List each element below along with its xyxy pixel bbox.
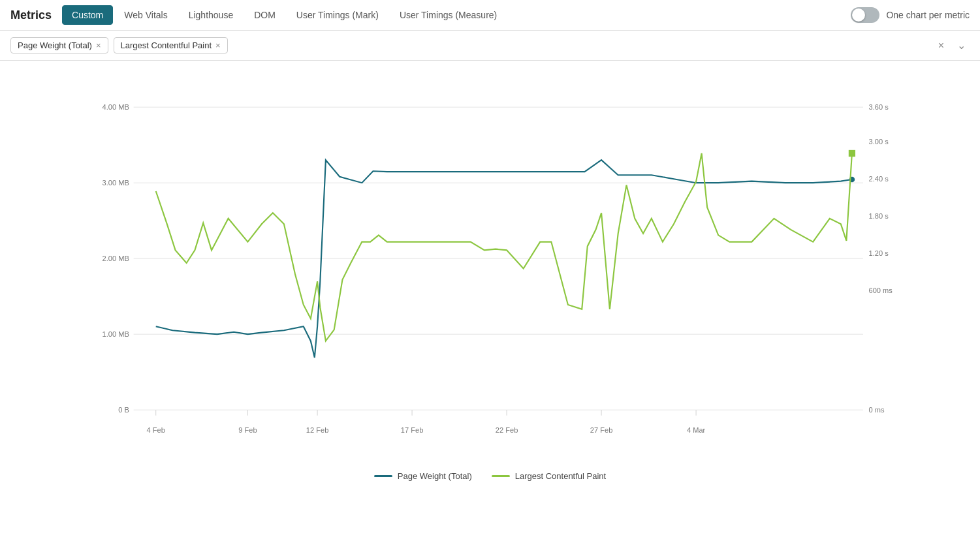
tab-web-vitals[interactable]: Web Vitals <box>114 5 177 25</box>
grid-lines <box>134 107 863 410</box>
y-label-3mb: 3.00 MB <box>103 179 129 187</box>
tabs-bar: Custom Web Vitals Lighthouse DOM User Ti… <box>62 5 507 25</box>
tab-custom[interactable]: Custom <box>62 5 113 25</box>
filter-tag-page-weight: Page Weight (Total) × <box>10 37 108 54</box>
y-label-0b: 0 B <box>118 406 129 414</box>
legend-label-page-weight: Page Weight (Total) <box>398 471 472 481</box>
filter-tag-lcp: Largest Contentful Paint × <box>114 37 228 54</box>
legend-item-lcp: Largest Contentful Paint <box>492 471 606 481</box>
tab-lighthouse[interactable]: Lighthouse <box>179 5 244 25</box>
x-label-27feb: 27 Feb <box>590 426 613 434</box>
clear-filters-button[interactable]: × <box>934 39 948 53</box>
expand-filters-button[interactable]: ⌄ <box>953 38 970 53</box>
right-y-axis: 3.60 s 3.00 s 2.40 s 1.80 s 1.20 s 600 m… <box>868 103 893 414</box>
y-label-2mb: 2.00 MB <box>103 255 129 262</box>
page-weight-line <box>156 160 852 358</box>
lcp-endpoint <box>849 150 855 157</box>
x-label-12feb: 12 Feb <box>306 426 329 434</box>
page-title: Metrics <box>10 8 52 22</box>
left-y-axis: 4.00 MB 3.00 MB 2.00 MB 1.00 MB 0 B <box>103 103 129 414</box>
filter-actions: × ⌄ <box>934 38 970 53</box>
one-chart-toggle[interactable] <box>851 7 879 23</box>
chart-legend: Page Weight (Total) Largest Contentful P… <box>0 461 980 486</box>
legend-line-lcp <box>492 475 510 477</box>
remove-lcp-button[interactable]: × <box>215 41 221 50</box>
y-label-600ms: 600 ms <box>868 286 893 294</box>
y-label-4mb: 4.00 MB <box>103 103 129 111</box>
x-label-17feb: 17 Feb <box>401 426 424 434</box>
y-label-180s: 1.80 s <box>868 212 889 220</box>
toggle-area: One chart per metric <box>851 7 970 23</box>
y-label-360s: 3.60 s <box>868 103 889 111</box>
y-label-120s: 1.20 s <box>868 249 889 257</box>
y-label-300s: 3.00 s <box>868 138 889 146</box>
chart-container: 4.00 MB 3.00 MB 2.00 MB 1.00 MB 0 B 3.60… <box>0 61 980 461</box>
header: Metrics Custom Web Vitals Lighthouse DOM… <box>0 0 980 31</box>
tab-user-timings-measure[interactable]: User Timings (Measure) <box>390 5 507 25</box>
x-label-4feb: 4 Feb <box>147 426 165 434</box>
y-label-1mb: 1.00 MB <box>103 330 129 338</box>
legend-label-lcp: Largest Contentful Paint <box>515 471 606 481</box>
y-label-0ms: 0 ms <box>868 406 884 414</box>
y-label-240s: 2.40 s <box>868 175 889 183</box>
metrics-chart: 4.00 MB 3.00 MB 2.00 MB 1.00 MB 0 B 3.60… <box>13 74 967 452</box>
tab-dom[interactable]: DOM <box>244 5 285 25</box>
toggle-label: One chart per metric <box>886 10 970 20</box>
metrics-filter-bar: Page Weight (Total) × Largest Contentful… <box>0 31 980 61</box>
remove-page-weight-button[interactable]: × <box>96 41 101 50</box>
x-label-22feb: 22 Feb <box>496 426 518 434</box>
tab-user-timings-mark[interactable]: User Timings (Mark) <box>287 5 388 25</box>
filter-tag-lcp-label: Largest Contentful Paint <box>121 40 212 50</box>
x-label-9feb: 9 Feb <box>238 426 257 434</box>
legend-item-page-weight: Page Weight (Total) <box>374 471 472 481</box>
x-axis-labels: 4 Feb 9 Feb 12 Feb 17 Feb 22 Feb 27 Feb … <box>147 426 706 434</box>
x-axis-ticks <box>156 410 696 416</box>
legend-line-page-weight <box>374 475 392 477</box>
filter-tag-page-weight-label: Page Weight (Total) <box>18 40 92 50</box>
x-label-4mar: 4 Mar <box>687 426 706 434</box>
